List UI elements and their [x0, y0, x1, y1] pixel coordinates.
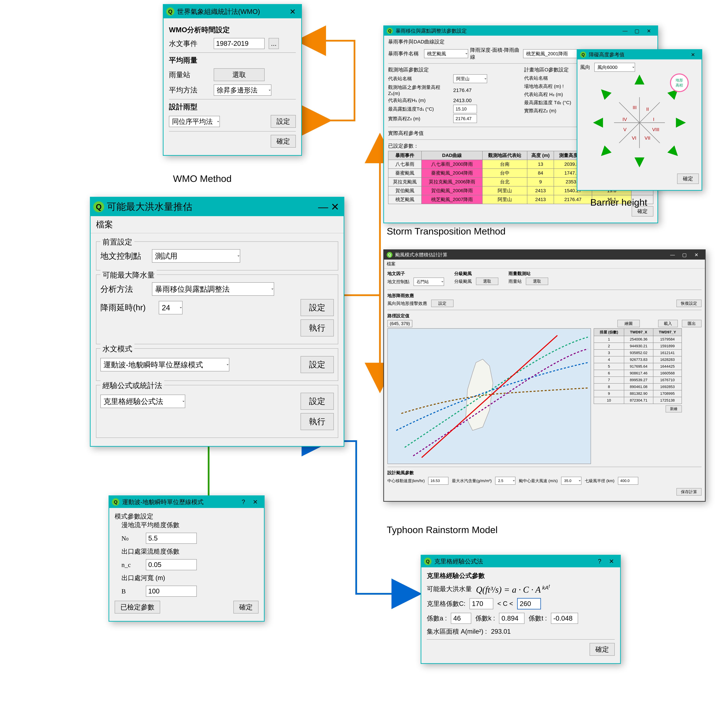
close-icon[interactable]: ✕ — [606, 558, 618, 565]
app-icon: Q — [166, 8, 174, 15]
arrow-se-icon[interactable]: ▲ — [661, 139, 690, 168]
radius-input[interactable] — [618, 477, 638, 485]
restore-button[interactable]: 恢復設定 — [676, 300, 702, 307]
emp-set-button[interactable]: 設定 — [301, 393, 334, 410]
pmp-set-button[interactable]: 設定 — [301, 299, 334, 316]
typhoon-menu-file[interactable]: 檔案 — [384, 260, 705, 269]
typhoon-map[interactable] — [387, 328, 591, 464]
speed-input[interactable] — [428, 477, 448, 485]
geo-factor-label: 地文因子 — [387, 271, 444, 277]
geo-ctrl-select[interactable]: 測試用 — [152, 249, 240, 263]
n0-label: 漫地流平均糙度係數 — [121, 521, 258, 529]
obs-elev-label: 觀測地區之參考測量高程Z₁(m) — [388, 84, 449, 96]
wind-effect-label: 風向與地形撞擊效應 — [387, 300, 427, 306]
arrow-n-icon[interactable]: ▲ — [629, 68, 650, 89]
compass-rose: I II III IV V VI VII VIII ▲ ▲ ▲ ▲ ▲ ▲ ▲ … — [592, 75, 687, 170]
kw-titlebar: Q 運動波-地貌瞬時單位歷線模式 ? ✕ — [109, 496, 264, 508]
minimize-icon[interactable]: — — [667, 252, 679, 257]
terrain-set-button[interactable]: 設定 — [431, 300, 454, 307]
pmf-label: 可能最大洪水量 — [427, 585, 472, 593]
actual-elev-input[interactable] — [453, 114, 477, 123]
close-icon[interactable]: ✕ — [249, 499, 261, 506]
avg-method-label: 平均方法 — [169, 85, 210, 95]
close-icon[interactable]: ✕ — [690, 252, 702, 258]
svg-text:III: III — [633, 105, 636, 110]
rep-station-select[interactable]: 阿里山 — [453, 74, 487, 83]
wmo-set-button[interactable]: 設定 — [271, 115, 296, 128]
k-input[interactable] — [499, 613, 525, 624]
app-icon: Q — [112, 498, 119, 506]
creager-ok-button[interactable]: 確定 — [590, 643, 615, 656]
maxwind-label: 颱中心最大風速 (m/s) — [519, 478, 558, 483]
minimize-icon[interactable]: — — [317, 201, 329, 213]
minimize-icon[interactable]: — — [619, 28, 631, 34]
hydro-model-select[interactable]: 運動波-地貌瞬時單位歷線模式 — [100, 358, 229, 372]
storm-title: 暴雨移位與露點調整法參數設定 — [396, 28, 467, 34]
wmo-ok-button[interactable]: 確定 — [271, 135, 296, 148]
emp-select[interactable]: 克里格經驗公式法 — [100, 395, 185, 408]
svg-text:I: I — [653, 117, 655, 122]
hydro-set-button[interactable]: 設定 — [301, 356, 334, 373]
svg-text:II: II — [646, 107, 649, 112]
t-input[interactable] — [551, 613, 578, 624]
duration-select[interactable]: 24 — [159, 301, 182, 314]
close-icon[interactable]: ✕ — [329, 201, 341, 213]
barrier-badge-icon: 地形高程 — [670, 73, 689, 92]
arrow-e-icon[interactable]: ▲ — [672, 113, 692, 133]
nc-input[interactable] — [146, 559, 197, 570]
area-label: 集水區面積 A(mile²) : — [427, 627, 487, 636]
close-icon[interactable]: ✕ — [643, 28, 655, 34]
max-dew-input[interactable] — [453, 105, 477, 113]
pmp-legend: 可能最大降水量 — [100, 270, 157, 280]
obs-select-button[interactable]: 選取 — [526, 278, 548, 285]
maxwind-select[interactable]: 35.0 — [561, 477, 581, 485]
typhoon-track-table[interactable]: 排屋 (份數)TWD97_XTWD97_Y1254006.36157958429… — [593, 328, 682, 404]
class-select-button[interactable]: 選取 — [476, 278, 499, 285]
emp-run-button[interactable]: 執行 — [301, 413, 334, 430]
replot-button[interactable]: 新繪 — [665, 405, 682, 413]
pmp-group: 可能最大降水量 分析方法 暴雨移位與露點調整法 降雨延時(hr) 24 設定 執… — [96, 274, 338, 344]
checked-params-button[interactable]: 已檢定參數 — [115, 601, 160, 613]
pre-settings-group: 前置設定 地文控制點 測試用 — [96, 242, 338, 271]
save-params-button[interactable]: 保存計算 — [676, 488, 702, 496]
close-icon[interactable]: ✕ — [287, 7, 298, 16]
ana-method-select[interactable]: 暴雨移位與露點調整法 — [152, 282, 274, 296]
avg-method-select[interactable]: 徐昇多邊形法 — [214, 84, 271, 96]
close-icon[interactable]: ✕ — [687, 52, 699, 58]
export-button[interactable]: 匯出 — [682, 320, 702, 327]
browse-button[interactable]: ... — [269, 38, 279, 49]
rain-curve-select[interactable]: 桃芝颱風_2001降雨 — [523, 49, 581, 58]
arrow-w-icon[interactable]: ▲ — [587, 113, 607, 133]
rain-pattern-select[interactable]: 同位序平均法 — [169, 116, 220, 127]
import-button[interactable]: 載入 — [658, 320, 678, 327]
maximize-icon[interactable]: ▢ — [679, 252, 690, 258]
a-input[interactable] — [451, 613, 471, 624]
period-input[interactable] — [214, 38, 265, 49]
b-input[interactable] — [146, 586, 197, 597]
maximize-icon[interactable]: ▢ — [631, 28, 643, 34]
c-hi-input[interactable] — [517, 598, 541, 609]
c-lo-input[interactable] — [470, 598, 493, 609]
direction-select[interactable]: 風向6000 — [594, 63, 635, 72]
geo-ctl-label: 地文控制點 — [387, 279, 410, 285]
pmp-run-button[interactable]: 執行 — [301, 320, 334, 336]
geo-ctl-select[interactable]: 石門站 — [413, 278, 444, 286]
event-name-select[interactable]: 桃芝颱風 — [424, 49, 468, 58]
kw-ok-button[interactable]: 確定 — [233, 601, 258, 613]
select-station-button[interactable]: 選取 — [214, 68, 265, 81]
coord-display: (645, 379) — [387, 320, 412, 327]
help-icon[interactable]: ? — [593, 558, 606, 565]
wmo-title: 世界氣象組織統計法(WMO) — [177, 7, 260, 16]
direction-label: 風向 — [580, 64, 590, 71]
draw-button[interactable]: 繪圖 — [618, 320, 640, 327]
emp-group: 經驗公式或統計法 克里格經驗公式法 設定 執行 — [96, 385, 338, 438]
n0-input[interactable] — [146, 533, 197, 544]
terrain-sec-label: 地形降雨效應 — [387, 293, 702, 298]
menu-file[interactable]: 檔案 — [90, 216, 344, 233]
rep-elev-label: 代表站高程H₁ (m) — [388, 97, 449, 104]
help-icon[interactable]: ? — [237, 499, 249, 506]
barrier-ok-button[interactable]: 確定 — [677, 174, 699, 184]
storm-caption: Storm Transposition Method — [387, 226, 505, 237]
moisture-select[interactable]: 2.5 — [495, 477, 515, 485]
arrow-s-icon[interactable]: ▲ — [629, 153, 650, 174]
